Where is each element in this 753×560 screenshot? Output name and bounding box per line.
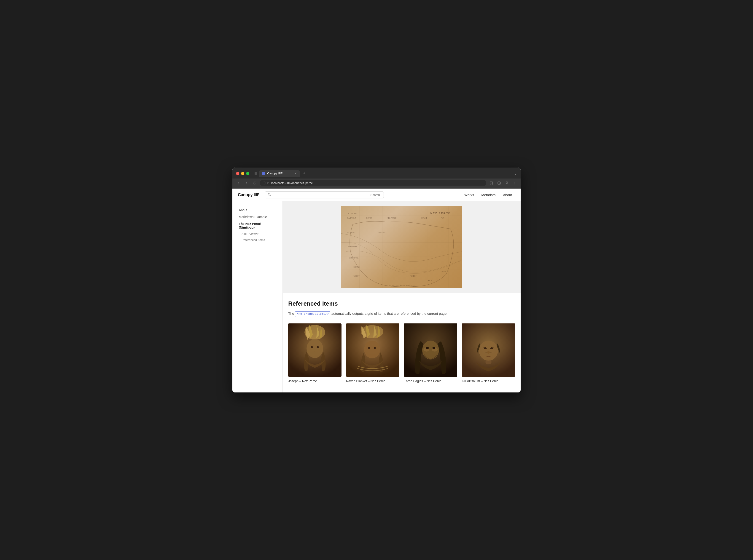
- svg-point-41: [311, 346, 313, 348]
- svg-point-57: [484, 347, 487, 349]
- portrait-three-eagles: [404, 323, 457, 377]
- site-header: Canopy IIIF Search Works Metadata About: [232, 188, 521, 201]
- svg-point-56: [479, 341, 498, 361]
- site-nav: Works Metadata About: [461, 192, 515, 198]
- item-card-three-eagles[interactable]: Three Eagles – Nez Percé: [404, 323, 457, 383]
- tab-title-label: Canopy IIIF: [267, 172, 283, 175]
- sidebar-item-markdown[interactable]: Markdown Example: [236, 214, 279, 220]
- search-container[interactable]: Search: [265, 191, 384, 198]
- minimize-window-button[interactable]: [241, 172, 244, 175]
- referenced-items-section: Referenced Items The <ReferencedItems/> …: [283, 293, 521, 393]
- svg-text:NEZ PERCE: NEZ PERCE: [430, 212, 450, 215]
- menu-button[interactable]: [511, 180, 518, 186]
- item-card-joseph[interactable]: Joseph – Nez Percé: [288, 323, 342, 383]
- svg-point-9: [515, 184, 515, 184]
- svg-text:LATAH: LATAH: [421, 217, 427, 219]
- close-window-button[interactable]: [236, 172, 239, 175]
- svg-point-8: [515, 183, 515, 183]
- browser-titlebar: C Canopy IIIF ✕ + ⌄: [232, 167, 521, 179]
- active-tab[interactable]: C Canopy IIIF ✕: [259, 170, 300, 177]
- main-layout: About Markdown Example The Nez Percé (Ni…: [232, 201, 521, 393]
- address-bar-container[interactable]: [260, 180, 486, 186]
- new-tab-button[interactable]: +: [301, 170, 307, 177]
- refresh-button[interactable]: [252, 180, 258, 186]
- svg-text:Map of Nez Perce Territory: Map of Nez Perce Territory: [388, 284, 414, 287]
- bookmark-button[interactable]: [488, 180, 495, 186]
- svg-point-40: [307, 339, 323, 358]
- item-card-kulkults[interactable]: Kulkultsálum – Nez Percé: [462, 323, 515, 383]
- site-logo[interactable]: Canopy IIIF: [238, 193, 259, 197]
- map-canvas: NEZ PERCE CLEARW GARFIELD LEWIS NEZ PERC…: [341, 206, 462, 288]
- svg-text:C: C: [263, 173, 264, 174]
- item-caption-raven-blanket: Raven Blanket – Nez Percé: [346, 379, 399, 383]
- portrait-raven-blanket: [346, 323, 399, 377]
- sidebar-item-nez-perce[interactable]: The Nez Percé (Nimíipuu): [236, 221, 279, 231]
- browser-window: C Canopy IIIF ✕ + ⌄: [232, 167, 521, 393]
- sidebar: About Markdown Example The Nez Percé (Ni…: [232, 201, 283, 393]
- close-tab-button[interactable]: ✕: [294, 172, 297, 175]
- portrait-kulkults: [462, 323, 515, 377]
- extensions-button[interactable]: [504, 180, 510, 186]
- svg-text:HATTON: HATTON: [353, 266, 360, 268]
- svg-text:FOREST: FOREST: [353, 275, 360, 277]
- svg-rect-60: [486, 360, 491, 364]
- referenced-items-title: Referenced Items: [288, 300, 515, 307]
- svg-rect-0: [255, 172, 257, 175]
- back-button[interactable]: [235, 180, 242, 186]
- search-button[interactable]: Search: [370, 193, 381, 197]
- item-card-raven-blanket[interactable]: Raven Blanket – Nez Percé: [346, 323, 399, 383]
- svg-text:CLEARW: CLEARW: [348, 212, 357, 215]
- page-content: Canopy IIIF Search Works Metadata About: [232, 188, 521, 393]
- svg-text:LEWIS: LEWIS: [366, 217, 372, 219]
- address-input[interactable]: [271, 181, 484, 185]
- svg-point-59: [487, 351, 490, 353]
- window-controls[interactable]: ⌄: [514, 171, 517, 176]
- svg-point-47: [373, 347, 376, 349]
- svg-rect-6: [498, 182, 501, 184]
- map-image-frame: NEZ PERCE CLEARW GARFIELD LEWIS NEZ PERC…: [341, 206, 462, 288]
- sidebar-subitem-referenced-items[interactable]: Referenced Items: [236, 237, 279, 243]
- svg-text:FOREST: FOREST: [410, 275, 417, 277]
- svg-text:IDAH: IDAH: [442, 271, 446, 273]
- browser-toolbar: [232, 179, 521, 188]
- svg-point-45: [364, 341, 380, 358]
- toolbar-actions: [488, 180, 518, 186]
- item-image-joseph: [288, 323, 342, 377]
- pocket-button[interactable]: [496, 180, 502, 186]
- description-after: automatically outputs a grid of items th…: [331, 312, 448, 316]
- item-image-kulkults: [462, 323, 515, 377]
- svg-point-58: [490, 347, 493, 349]
- item-image-raven-blanket: [346, 323, 399, 377]
- map-svg: NEZ PERCE CLEARW GARFIELD LEWIS NEZ PERC…: [341, 206, 462, 288]
- item-image-three-eagles: [404, 323, 457, 377]
- main-content: NEZ PERCE CLEARW GARFIELD LEWIS NEZ PERC…: [283, 201, 521, 393]
- description-before: The: [288, 312, 294, 316]
- item-caption-joseph: Joseph – Nez Percé: [288, 379, 342, 383]
- svg-text:NATL: NATL: [428, 280, 432, 282]
- svg-text:NEZ PERCE: NEZ PERCE: [387, 217, 397, 219]
- svg-text:WA: WA: [442, 217, 444, 219]
- nav-metadata[interactable]: Metadata: [478, 192, 499, 198]
- portrait-joseph: [288, 323, 342, 377]
- nav-about[interactable]: About: [500, 192, 515, 198]
- maximize-window-button[interactable]: [246, 172, 249, 175]
- sidebar-item-about[interactable]: About: [236, 207, 279, 213]
- svg-point-46: [368, 347, 370, 349]
- tab-favicon: C: [262, 172, 265, 175]
- svg-text:COLUMBIA: COLUMBIA: [346, 232, 356, 234]
- sidebar-subitem-iiif-viewer[interactable]: A IIIF Viewer: [236, 231, 279, 237]
- tab-bar: C Canopy IIIF ✕ +: [254, 170, 511, 177]
- browser-chrome: C Canopy IIIF ✕ + ⌄: [232, 167, 521, 188]
- items-grid: Joseph – Nez Percé: [288, 323, 515, 383]
- security-icon: [263, 181, 269, 184]
- svg-point-42: [316, 346, 319, 348]
- svg-text:NATIONAL: NATIONAL: [378, 232, 386, 234]
- forward-button[interactable]: [244, 180, 250, 186]
- svg-point-54: [432, 347, 435, 349]
- svg-point-53: [426, 347, 429, 349]
- search-input[interactable]: [273, 193, 368, 197]
- code-tag: <ReferencedItems/>: [295, 311, 330, 317]
- item-caption-kulkults: Kulkultsálum – Nez Percé: [462, 379, 515, 383]
- nav-works[interactable]: Works: [461, 192, 477, 198]
- svg-point-4: [264, 183, 264, 184]
